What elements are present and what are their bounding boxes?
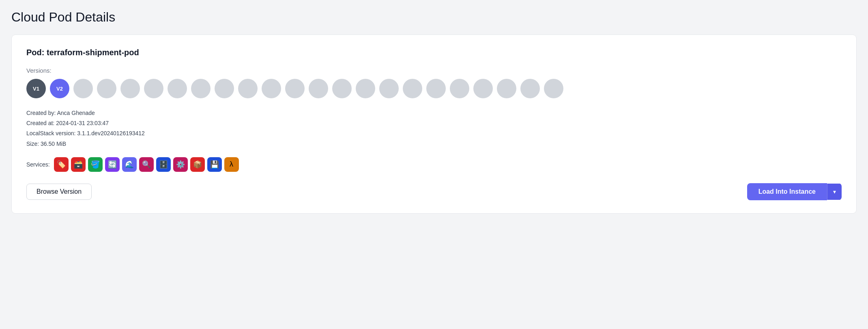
service-icon-3: 🪣 [88,157,103,172]
version-circle-20[interactable] [473,79,493,98]
version-circle-1[interactable]: V1 [26,79,46,98]
service-icon-6: 🔍 [139,157,154,172]
version-circle-13[interactable] [309,79,328,98]
version-circle-18[interactable] [426,79,446,98]
load-into-instance-button[interactable]: Load Into Instance [747,183,827,200]
service-icon-10: 💾 [207,157,222,172]
service-icon-7: 🗄️ [156,157,171,172]
version-circle-10[interactable] [238,79,258,98]
service-icon-11: λ [224,157,239,172]
services-icons: 🏷️🗃️🪣🔄🌊🔍🗄️⚙️📦💾λ [54,157,239,172]
version-circle-16[interactable] [379,79,399,98]
version-circle-7[interactable] [168,79,187,98]
service-icon-1: 🏷️ [54,157,69,172]
version-circle-14[interactable] [332,79,352,98]
version-circle-9[interactable] [215,79,234,98]
load-into-instance-chevron[interactable]: ▾ [827,184,842,200]
version-circle-11[interactable] [262,79,281,98]
service-icon-2: 🗃️ [71,157,86,172]
services-row: Services: 🏷️🗃️🪣🔄🌊🔍🗄️⚙️📦💾λ [26,157,842,172]
service-icon-5: 🌊 [122,157,137,172]
size: Size: 36.50 MiB [26,139,842,149]
version-circle-2[interactable]: V2 [50,79,69,98]
version-circle-8[interactable] [191,79,211,98]
localstack-version: LocalStack version: 3.1.1.dev20240126193… [26,128,842,139]
page-title: Cloud Pod Details [11,10,857,25]
pod-name: Pod: terraform-shipment-pod [26,48,842,57]
version-circle-5[interactable] [120,79,140,98]
version-circle-17[interactable] [403,79,422,98]
version-circle-15[interactable] [356,79,375,98]
cloud-pod-card: Pod: terraform-shipment-pod Versions: V1… [11,35,857,214]
versions-row: V1V2 [26,79,842,98]
created-by: Created by: Anca Ghenade [26,108,842,118]
service-icon-4: 🔄 [105,157,120,172]
version-circle-12[interactable] [285,79,305,98]
service-icon-8: ⚙️ [173,157,188,172]
version-circle-6[interactable] [144,79,163,98]
versions-label: Versions: [26,67,842,74]
version-circle-22[interactable] [520,79,540,98]
version-circle-4[interactable] [97,79,116,98]
footer-row: Browse Version Load Into Instance ▾ [26,183,842,200]
meta-section: Created by: Anca Ghenade Created at: 202… [26,108,842,149]
version-circle-21[interactable] [497,79,516,98]
created-at: Created at: 2024-01-31 23:03:47 [26,118,842,128]
version-circle-23[interactable] [544,79,563,98]
load-into-instance-group: Load Into Instance ▾ [747,183,842,200]
version-circle-19[interactable] [450,79,469,98]
version-circle-3[interactable] [73,79,93,98]
services-label: Services: [26,161,50,168]
browse-version-button[interactable]: Browse Version [26,184,92,200]
service-icon-9: 📦 [190,157,205,172]
